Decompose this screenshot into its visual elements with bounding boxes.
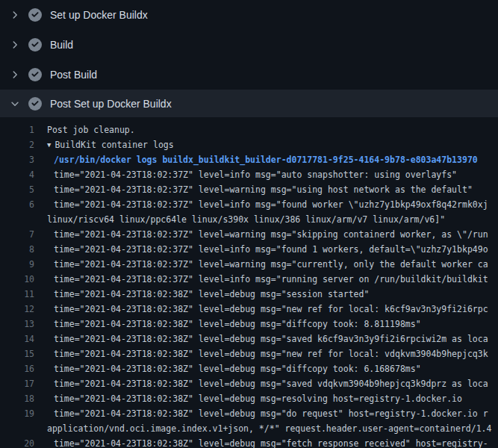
log-line-text: Post job cleanup.: [34, 122, 135, 137]
log-line-text: time="2021-04-23T18:02:37Z" level=warnin…: [34, 182, 473, 197]
log-line-row: 13time="2021-04-23T18:02:38Z" level=debu…: [0, 317, 498, 332]
log-line-text: time="2021-04-23T18:02:38Z" level=debug …: [34, 317, 421, 332]
line-number[interactable]: 14: [0, 332, 34, 346]
line-number[interactable]: 6: [0, 197, 34, 212]
log-line-row: 10time="2021-04-23T18:02:37Z" level=info…: [0, 272, 498, 287]
check-circle-icon: [28, 68, 42, 81]
line-number[interactable]: 7: [0, 227, 34, 242]
log-line-text: time="2021-04-23T18:02:38Z" level=debug …: [34, 376, 488, 391]
log-line-text: time="2021-04-23T18:02:38Z" level=debug …: [34, 287, 369, 302]
log-line-row: 18time="2021-04-23T18:02:38Z" level=debu…: [0, 391, 498, 406]
step-row-set-up-docker-buildx[interactable]: Set up Docker Buildx: [0, 0, 498, 30]
log-line-row: 6time="2021-04-23T18:02:37Z" level=info …: [0, 197, 498, 212]
line-number[interactable]: 18: [0, 391, 34, 406]
log-line-row: 15time="2021-04-23T18:02:38Z" level=debu…: [0, 346, 498, 361]
line-number[interactable]: 10: [0, 272, 34, 287]
log-line-text: time="2021-04-23T18:02:37Z" level=info m…: [34, 272, 488, 287]
line-number[interactable]: 20: [0, 436, 34, 448]
step-label: Set up Docker Buildx: [50, 10, 148, 20]
actions-log-viewer: Set up Docker BuildxBuildPost Build Post…: [0, 0, 498, 448]
line-number[interactable]: 16: [0, 361, 34, 376]
log-line-text: time="2021-04-23T18:02:37Z" level=warnin…: [34, 257, 488, 272]
log-line-text: time="2021-04-23T18:02:37Z" level=info m…: [34, 242, 488, 257]
line-number[interactable]: 5: [0, 182, 34, 197]
log-line-text: application/vnd.oci.image.index.v1+json,…: [34, 421, 491, 436]
log-line-row: 16time="2021-04-23T18:02:38Z" level=debu…: [0, 361, 498, 376]
log-line-text: time="2021-04-23T18:02:37Z" level=warnin…: [34, 227, 488, 242]
line-number[interactable]: 3: [0, 152, 34, 167]
log-line-text: time="2021-04-23T18:02:37Z" level=info m…: [34, 167, 457, 182]
log-line-row: 7time="2021-04-23T18:02:37Z" level=warni…: [0, 227, 498, 242]
log-line-row: 3/usr/bin/docker logs buildx_buildkit_bu…: [0, 152, 498, 167]
line-number[interactable]: 4: [0, 167, 34, 182]
chevron-down-icon: [9, 98, 21, 110]
log-group-header: ▼BuildKit container logs: [34, 137, 174, 152]
log-line-text: time="2021-04-23T18:02:38Z" level=debug …: [34, 332, 488, 346]
log-line-row: 12time="2021-04-23T18:02:38Z" level=debu…: [0, 302, 498, 317]
line-number[interactable]: 19: [0, 406, 34, 421]
line-number: [0, 421, 34, 436]
line-number[interactable]: 8: [0, 242, 34, 257]
line-number[interactable]: 13: [0, 317, 34, 332]
log-line-text: linux/riscv64 linux/ppc64le linux/s390x …: [34, 212, 445, 227]
log-output: 1Post job cleanup.2▼BuildKit container l…: [0, 117, 498, 448]
step-row-build[interactable]: Build: [0, 30, 498, 60]
line-number: [0, 212, 34, 227]
line-number[interactable]: 17: [0, 376, 34, 391]
log-line-row: 9time="2021-04-23T18:02:37Z" level=warni…: [0, 257, 498, 272]
step-label: Build: [50, 40, 73, 50]
log-line-text: time="2021-04-23T18:02:38Z" level=debug …: [34, 436, 488, 448]
log-line-row: 19time="2021-04-23T18:02:38Z" level=debu…: [0, 406, 498, 421]
log-line-continuation-row: application/vnd.oci.image.index.v1+json,…: [0, 421, 498, 436]
check-circle-icon: [28, 97, 42, 111]
chevron-right-icon: [9, 39, 21, 51]
check-circle-icon: [28, 8, 42, 22]
chevron-right-icon: [9, 69, 21, 81]
log-line-row: 20time="2021-04-23T18:02:38Z" level=debu…: [0, 436, 498, 448]
chevron-right-icon: [9, 9, 21, 21]
step-label: Post Build: [50, 69, 97, 80]
log-line-row: 1Post job cleanup.: [0, 122, 498, 137]
log-line-text: time="2021-04-23T18:02:38Z" level=debug …: [34, 346, 488, 361]
log-line-row: 2▼BuildKit container logs: [0, 137, 498, 152]
log-group-label: BuildKit container logs: [55, 140, 173, 150]
check-circle-icon: [28, 38, 42, 52]
step-row-post-build[interactable]: Post Build: [0, 60, 498, 90]
collapse-triangle-icon[interactable]: ▼: [47, 137, 51, 152]
command-line-text: /usr/bin/docker logs buildx_buildkit_bui…: [34, 152, 478, 167]
log-line-row: 14time="2021-04-23T18:02:38Z" level=debu…: [0, 332, 498, 346]
log-line-row: 11time="2021-04-23T18:02:38Z" level=debu…: [0, 287, 498, 302]
step-row-post-set-up-docker-buildx[interactable]: Post Set up Docker Buildx: [0, 90, 498, 117]
log-line-row: 8time="2021-04-23T18:02:37Z" level=info …: [0, 242, 498, 257]
line-number[interactable]: 12: [0, 302, 34, 317]
log-line-text: time="2021-04-23T18:02:38Z" level=debug …: [34, 302, 488, 317]
steps-list: Set up Docker BuildxBuildPost Build: [0, 0, 498, 90]
step-label: Post Set up Docker Buildx: [50, 99, 172, 109]
log-line-text: time="2021-04-23T18:02:37Z" level=info m…: [34, 197, 488, 212]
log-line-text: time="2021-04-23T18:02:38Z" level=debug …: [34, 406, 488, 421]
line-number[interactable]: 9: [0, 257, 34, 272]
log-line-row: 4time="2021-04-23T18:02:37Z" level=info …: [0, 167, 498, 182]
log-line-row: 5time="2021-04-23T18:02:37Z" level=warni…: [0, 182, 498, 197]
log-line-text: time="2021-04-23T18:02:38Z" level=debug …: [34, 361, 421, 376]
line-number[interactable]: 15: [0, 346, 34, 361]
log-line-row: 17time="2021-04-23T18:02:38Z" level=debu…: [0, 376, 498, 391]
line-number[interactable]: 1: [0, 122, 34, 137]
line-number[interactable]: 11: [0, 287, 34, 302]
log-line-text: time="2021-04-23T18:02:38Z" level=debug …: [34, 391, 462, 406]
log-line-continuation-row: linux/riscv64 linux/ppc64le linux/s390x …: [0, 212, 498, 227]
line-number[interactable]: 2: [0, 137, 34, 152]
